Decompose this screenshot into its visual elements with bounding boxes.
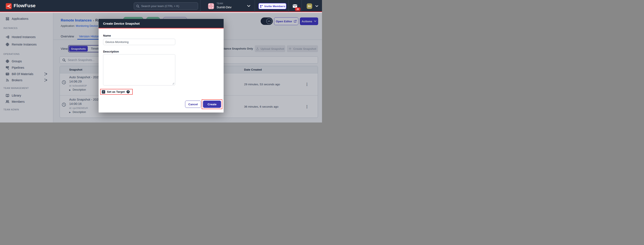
create-button[interactable]: Create: [203, 101, 221, 108]
team-search-input[interactable]: [141, 4, 196, 8]
name-label: Name: [103, 34, 111, 37]
checkbox-checked-icon[interactable]: ✓: [102, 90, 105, 94]
set-as-target-highlight: ✓ Set as Target ?: [100, 89, 133, 95]
user-avatar[interactable]: SU: [307, 3, 312, 9]
flowfuse-app: FlowFuse TEAM: Sumit-Dev Invite Members …: [0, 0, 322, 122]
create-device-snapshot-modal: Create Device Snapshot Name Description …: [98, 19, 224, 112]
top-navbar: FlowFuse TEAM: Sumit-Dev Invite Members …: [0, 0, 322, 12]
notification-count-badge: 20: [295, 7, 300, 11]
team-name[interactable]: Sumit-Dev: [216, 5, 232, 9]
navbar-divider: [255, 0, 255, 12]
navbar-divider: [302, 0, 302, 12]
modal-title: Create Device Snapshot: [103, 22, 140, 25]
modal-header: Create Device Snapshot: [98, 19, 224, 28]
user-plus-icon: [260, 4, 263, 8]
team-label: TEAM:: [216, 2, 224, 5]
navbar-divider: [200, 0, 200, 12]
team-avatar[interactable]: [208, 3, 214, 9]
invite-members-button[interactable]: Invite Members: [258, 3, 286, 9]
help-icon[interactable]: ?: [126, 90, 130, 93]
team-chevron-down-icon[interactable]: [247, 5, 250, 7]
brand-name: FlowFuse: [14, 3, 36, 8]
snapshot-description-textarea[interactable]: [103, 54, 175, 85]
modal-body: Name Description ✓ Set as Target ? Cance…: [98, 28, 224, 112]
user-menu-chevron-down-icon[interactable]: [315, 5, 318, 7]
invite-members-label: Invite Members: [264, 5, 285, 8]
navbar-divider: [288, 0, 288, 12]
team-search: [134, 2, 198, 10]
flowfuse-logo-icon[interactable]: [6, 3, 12, 9]
set-as-target-label: Set as Target: [107, 90, 125, 93]
cancel-button[interactable]: Cancel: [185, 101, 201, 108]
resize-grip-icon[interactable]: [172, 82, 174, 85]
search-icon: [136, 4, 140, 8]
snapshot-name-input[interactable]: [103, 39, 175, 45]
description-label: Description: [103, 50, 119, 53]
